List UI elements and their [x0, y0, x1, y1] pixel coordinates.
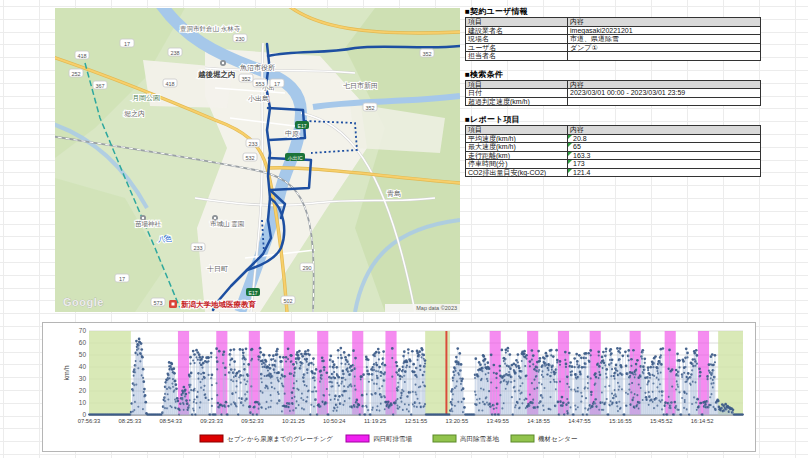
- expressway-badge-label: E17: [298, 123, 307, 129]
- y-tick-label: 20: [79, 387, 87, 394]
- map-label: 新潟大学地域医療教育: [180, 300, 257, 309]
- item-cell: 停車時間(分): [466, 160, 568, 169]
- value-cell: ダンプ①: [568, 43, 761, 52]
- table-title: ■レポート項目: [465, 114, 760, 125]
- road-badge-label: 17: [274, 81, 280, 87]
- item-cell: 走行距離(km): [466, 151, 568, 160]
- y-tick-label: 10: [79, 399, 87, 406]
- map-label: 七日市新田: [343, 81, 378, 90]
- road-badge-label: 233: [193, 245, 202, 251]
- map-label: 八色: [158, 235, 172, 243]
- road-badge-label: 290: [302, 265, 311, 271]
- item-cell: 担当者名: [466, 52, 568, 61]
- road-badge-label: 573: [153, 300, 162, 306]
- y-tick-label: 30: [79, 375, 87, 382]
- road-badge-label: 367: [95, 83, 104, 89]
- table-section: ■検索条件項目内容日付2023/03/01 00:00 - 2023/03/01…: [465, 69, 760, 107]
- data-table: 項目内容平均速度(km/h)20.8最大速度(km/h)65走行距離(km)16…: [465, 125, 761, 177]
- map-label: 越後堀之内: [197, 70, 236, 79]
- road-badge-label: 352: [365, 105, 374, 111]
- x-tick-label: 08:54:33: [159, 418, 182, 424]
- table-row: 走行距離(km)163.3: [466, 151, 761, 160]
- map-label: 豊洞市針倉山 永林寺: [180, 25, 241, 33]
- header-cell: 内容: [568, 126, 761, 135]
- table-title: ■検索条件: [465, 69, 760, 80]
- speed-chart: 010203040506070km/h07:56:3308:25:3308:54…: [42, 322, 756, 452]
- table-row: 現場名市道、県道除雪: [466, 35, 761, 44]
- table-row: 停車時間(分)173: [466, 160, 761, 169]
- map-label: 堀之内: [123, 110, 145, 118]
- item-cell: 日付: [466, 89, 568, 98]
- x-tick-label: 16:14:52: [691, 418, 714, 424]
- road-badge-label: 418: [77, 53, 86, 59]
- legend-swatch: [200, 435, 223, 442]
- table-row: ユーザ名ダンプ①: [466, 43, 761, 52]
- data-table: 項目内容日付2023/03/01 00:00 - 2023/03/01 23:5…: [465, 80, 761, 107]
- road-badge-label: 352: [422, 51, 431, 57]
- road-badge-label: 352: [241, 76, 250, 82]
- map-label: 魚沼市役所: [240, 63, 275, 72]
- road-badge-label: 553: [255, 81, 264, 87]
- y-tick-label: 40: [79, 363, 87, 370]
- depot-band: [89, 331, 131, 415]
- x-tick-label: 14:18:55: [527, 418, 550, 424]
- item-cell: 現場名: [466, 35, 568, 44]
- x-tick-label: 13:49:55: [486, 418, 509, 424]
- x-tick-label: 15:45:52: [650, 418, 673, 424]
- x-tick-label: 11:19:25: [364, 418, 386, 424]
- value-cell: 121.4: [568, 168, 761, 177]
- table-row: 最大速度(km/h)65: [466, 143, 761, 152]
- value-cell: [568, 52, 761, 61]
- info-tables: ■契約ユーザ情報項目内容建設業者名imegasaki20221201現場名市道、…: [465, 6, 760, 185]
- value-cell: 173: [568, 160, 761, 169]
- google-map[interactable]: 豊洞市針倉山 永林寺越後堀之内月岡公園堀之内魚沼市役所小出島小出七日市新田中原青…: [55, 8, 460, 312]
- map-canvas: 豊洞市針倉山 永林寺越後堀之内月岡公園堀之内魚沼市役所小出島小出七日市新田中原青…: [55, 8, 460, 312]
- item-cell: ユーザ名: [466, 43, 568, 52]
- x-tick-label: 12:51:55: [405, 418, 428, 424]
- item-cell: 平均速度(km/h): [466, 134, 568, 143]
- map-label: 十日町: [207, 265, 228, 273]
- x-tick-label: 14:47:55: [568, 418, 591, 424]
- header-cell: 内容: [568, 80, 761, 89]
- road-badge-label: 252: [71, 71, 80, 77]
- table-row: 担当者名: [466, 52, 761, 61]
- map-label: 青島: [387, 190, 401, 198]
- google-logo: Google: [63, 296, 104, 308]
- value-cell: 市道、県道除雪: [568, 35, 761, 44]
- road-badge-label: 238: [170, 50, 179, 56]
- table-header-row: 項目内容: [466, 18, 761, 27]
- x-tick-label: 13:20:55: [446, 418, 469, 424]
- table-row: 超過判定速度(km/h): [466, 97, 761, 106]
- x-tick-label: 08:25:33: [119, 418, 142, 424]
- road-badge-label: 230: [235, 36, 244, 42]
- x-tick-label: 09:23:33: [200, 418, 223, 424]
- table-row: CO2排出量目安(kg-CO2)121.4: [466, 168, 761, 177]
- legend-swatch: [346, 435, 369, 442]
- value-cell: 163.3: [568, 151, 761, 160]
- x-tick-label: 15:16:55: [609, 418, 632, 424]
- header-cell: 内容: [568, 18, 761, 27]
- road-badge-label: 418: [165, 81, 174, 87]
- value-cell: [568, 97, 761, 106]
- y-axis-label: km/h: [63, 365, 70, 380]
- item-cell: 超過判定速度(km/h): [466, 97, 568, 106]
- header-cell: 項目: [466, 80, 568, 89]
- road-badge-label: 233: [248, 141, 257, 147]
- map-label: 中原: [285, 130, 299, 137]
- table-row: 建設業者名imegasaki20221201: [466, 26, 761, 35]
- legend-label: 四日町排雪場: [373, 435, 413, 443]
- x-tick-label: 07:56:33: [78, 418, 101, 424]
- header-cell: 項目: [466, 18, 568, 27]
- y-tick-label: 60: [79, 339, 87, 346]
- value-cell: 65: [568, 143, 761, 152]
- header-cell: 項目: [466, 126, 568, 135]
- map-label: 市城山 霊園: [210, 220, 244, 228]
- map-label: 小出島: [248, 95, 269, 103]
- road-badge-label: 502: [283, 298, 292, 304]
- road-badge-label: 17: [119, 276, 125, 282]
- table-header-row: 項目内容: [466, 126, 761, 135]
- depot-band: [718, 331, 743, 415]
- legend-swatch: [433, 435, 456, 442]
- legend-swatch: [511, 435, 534, 442]
- road-badge-label: 532: [245, 155, 254, 161]
